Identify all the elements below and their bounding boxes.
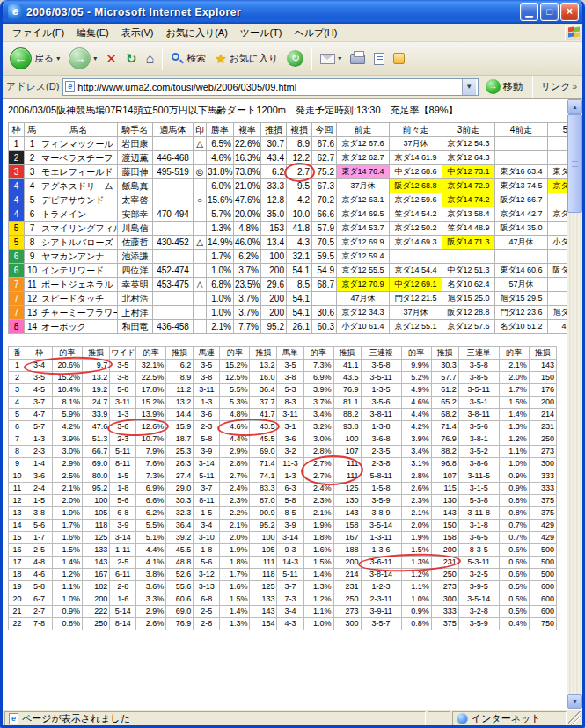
home-button[interactable]: ⌂: [142, 49, 157, 69]
table-cell: 1-3: [277, 470, 303, 483]
refresh-button[interactable]: ↻: [122, 49, 141, 69]
maximize-button[interactable]: □: [540, 3, 559, 21]
table-cell: 1.1%: [499, 446, 529, 458]
table-cell: 8: [25, 236, 40, 250]
resize-grip[interactable]: [568, 711, 581, 726]
favorites-button[interactable]: ★ お気に入り: [211, 49, 282, 69]
go-button[interactable]: → 移動: [482, 79, 526, 94]
menu-item[interactable]: 表示(V): [115, 25, 160, 40]
table-cell: 3-14: [277, 532, 303, 544]
links-button[interactable]: リンク »: [539, 80, 579, 93]
toolbar-separator: [311, 47, 312, 70]
scroll-up-button[interactable]: ▲: [567, 99, 582, 114]
forward-dropdown-icon[interactable]: ▾: [93, 55, 97, 62]
menu-item[interactable]: 編集(E): [70, 25, 115, 40]
table-cell: 45.5: [250, 433, 277, 446]
scroll-down-button[interactable]: ▼: [567, 694, 582, 709]
forward-icon: →: [69, 47, 91, 69]
horse-row: 57スマイリングフィル川島信1.3%4.8%15341.857.9京ダ14 53…: [9, 222, 568, 236]
menu-item[interactable]: ファイル(F): [6, 25, 70, 40]
close-button[interactable]: ×: [560, 3, 579, 21]
table-cell: 3.3%: [136, 593, 166, 606]
table-cell: 250: [83, 618, 110, 630]
print-button[interactable]: [347, 52, 369, 66]
past-race-cell: 旭ダ15 29.5: [495, 292, 548, 306]
table-cell: 30.7: [261, 137, 287, 151]
table-cell: 3.7%: [234, 292, 261, 306]
menu-item[interactable]: ツール(T): [234, 25, 289, 40]
favorites-label: お気に入り: [230, 52, 279, 65]
table-cell: 3.8%: [136, 569, 166, 581]
past-race-cell: 京ダ12 55.5: [337, 264, 390, 278]
table-cell: 2.1%: [499, 360, 529, 372]
mail-button[interactable]: ▾: [317, 52, 345, 66]
table-cell: 8-5: [277, 507, 303, 520]
search-button[interactable]: 検索: [167, 50, 209, 67]
table-cell: 143: [431, 507, 458, 520]
waku-badge: 4: [9, 179, 25, 193]
stop-button[interactable]: ✕: [102, 49, 121, 69]
back-button[interactable]: ← 戻る ▾: [6, 46, 63, 71]
menu-item[interactable]: お気に入り(A): [159, 25, 233, 40]
table-cell: 30.3: [431, 360, 458, 372]
table-cell: 池添謙: [118, 250, 153, 264]
table-cell: 3-14: [194, 458, 220, 470]
scrollbar-thumb[interactable]: [567, 114, 582, 213]
messenger-button[interactable]: [390, 51, 408, 66]
minimize-button[interactable]: ▁: [520, 3, 538, 21]
table-cell: 66.6: [312, 207, 337, 222]
column-header: 枠: [9, 123, 25, 137]
past-race-cell: 京ダ14 53.7: [337, 222, 390, 236]
table-cell: 13.2: [166, 397, 194, 409]
table-cell: 22.5%: [136, 372, 166, 384]
table-cell: 3: [25, 165, 40, 179]
vertical-scrollbar[interactable]: ▲ ▼: [567, 99, 582, 709]
table-cell: 1.5%: [53, 544, 83, 557]
table-cell: 3-6-11: [361, 557, 401, 569]
menu-item[interactable]: ヘルプ(H): [288, 25, 343, 40]
table-cell: 2.2%: [220, 507, 250, 520]
table-cell: 2-5: [110, 557, 136, 569]
table-cell: モエレフィールド: [40, 165, 118, 179]
waku-badge: 7: [9, 292, 25, 306]
table-cell: 3-5: [110, 360, 136, 372]
table-cell: 200: [261, 306, 287, 320]
table-cell: 43.5: [333, 372, 361, 384]
table-cell: ヤマカンアンナ: [40, 250, 118, 264]
table-cell: 2-7: [26, 606, 53, 618]
bet-row: 54-75.9%33.91-313.9%14.43-64.8%41.73-113…: [9, 409, 557, 421]
table-cell: 12: [9, 495, 26, 507]
column-header: 三連単: [458, 347, 499, 360]
past-race-cell: 京ダ12 64.3: [442, 151, 495, 165]
table-cell: 143: [529, 360, 556, 372]
back-dropdown-icon[interactable]: ▾: [56, 55, 60, 62]
table-cell: 3-1-5: [458, 483, 499, 495]
past-race-cell: 門ダ12 23.6: [495, 306, 548, 320]
table-cell: 北村浩: [118, 292, 153, 306]
table-cell: 4.1%: [136, 557, 166, 569]
table-cell: チャーミーフラワー: [40, 306, 118, 320]
address-dropdown-icon[interactable]: ▼: [462, 79, 476, 95]
table-cell: 14.4: [166, 409, 194, 421]
table-cell: 3-9-5: [458, 581, 499, 593]
history-button[interactable]: ↻: [283, 48, 307, 69]
table-cell: 107: [431, 470, 458, 483]
address-input[interactable]: e http://www.uma2.com/tousi/web/2006/030…: [62, 78, 478, 96]
past-race-cell: [548, 193, 568, 207]
table-cell: 1-3-6: [361, 544, 401, 557]
menu-bar: ファイル(F)編集(E)表示(V)お気に入り(A)ツール(T)ヘルプ(H): [3, 24, 582, 42]
title-bar[interactable]: e 2006/03/05 - Microsoft Internet Explor…: [3, 0, 582, 24]
table-cell: 1.3%: [401, 557, 431, 569]
table-cell: 18: [9, 569, 26, 581]
table-cell: 1.8%: [220, 557, 250, 569]
mail-dropdown-icon[interactable]: ▾: [338, 55, 341, 62]
edit-button[interactable]: [370, 51, 388, 67]
forward-button[interactable]: → ▾: [65, 46, 100, 71]
bet-row: 206-71.0%2001-63.3%60.66-81.5%1337-31.2%…: [9, 593, 557, 606]
table-cell: 0.8%: [499, 507, 529, 520]
table-cell: [194, 292, 207, 306]
table-cell: ○: [194, 193, 207, 207]
horse-row: 45デピアサウンド太宰啓○15.6%47.6%12.84.270.2京ダ12 6…: [9, 193, 568, 207]
bet-row: 65-74.2%47.63-612.6%15.92-34.6%43.53-13.…: [9, 421, 557, 433]
table-cell: 1-5-8: [361, 483, 401, 495]
